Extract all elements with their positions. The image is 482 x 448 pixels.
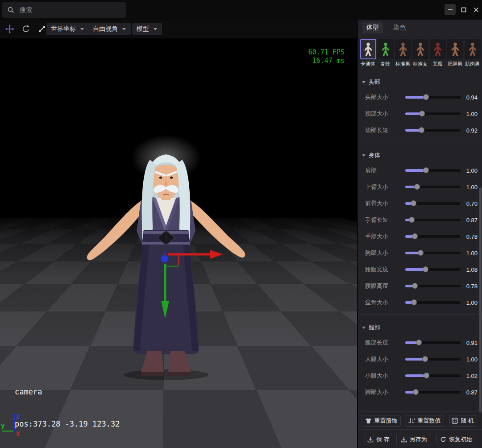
slider-thumb[interactable] [418, 250, 424, 256]
model-thumbnail[interactable]: 青蛙 [377, 39, 394, 67]
random-button[interactable]: 随 机 [449, 415, 476, 427]
slider-thumb[interactable] [409, 217, 415, 223]
move-tool-button[interactable] [4, 23, 16, 35]
axis-z-line [13, 414, 15, 431]
slider-track[interactable] [405, 235, 461, 238]
slider-value: 0.87 [466, 216, 478, 223]
save-as-button[interactable]: 另存为 [396, 434, 431, 445]
model-label: 青蛙 [381, 61, 391, 67]
save-as-icon [401, 436, 407, 443]
slider-thumb[interactable] [414, 184, 420, 190]
button-label: 恢复初始 [449, 436, 472, 444]
slider-value: 0.78 [466, 282, 478, 289]
slider-thumb[interactable] [424, 373, 429, 378]
slider-row: 胸部大小 1.00 [358, 245, 482, 261]
section-header[interactable]: 身体 [358, 149, 482, 162]
maximize-button[interactable] [458, 4, 469, 15]
search-input[interactable] [19, 6, 120, 14]
slider-label: 小腿大小 [365, 372, 388, 380]
slider-track[interactable] [405, 252, 461, 254]
slider-row: 腿部长度 0.91 [358, 334, 482, 351]
slider-track[interactable] [405, 285, 461, 287]
chevron-down-icon [80, 28, 84, 30]
humanoid-icon [449, 41, 461, 57]
slider-track[interactable] [405, 129, 461, 132]
reset-values-button[interactable]: 重置数值 [405, 415, 444, 427]
model-dropdown[interactable]: 模型 [132, 23, 162, 35]
slider-track[interactable] [405, 112, 461, 115]
slider-thumb[interactable] [412, 283, 418, 289]
section-body: 身体 肩部 1.00 上臂大小 1.00 前臂大小 [358, 149, 482, 315]
model-thumbnail[interactable]: 肌肉男 [464, 39, 481, 67]
slider-track[interactable] [405, 391, 461, 394]
slider-value: 0.94 [466, 94, 478, 100]
slider-thumb[interactable] [412, 233, 418, 239]
slider-thumb[interactable] [411, 200, 416, 206]
model-thumbnail[interactable]: 标准男 [395, 39, 411, 67]
slider-thumb[interactable] [423, 266, 428, 272]
slider-track[interactable] [405, 301, 461, 304]
slider-thumb[interactable] [423, 167, 429, 173]
reset-clothing-button[interactable]: 重置服饰 [362, 415, 401, 427]
model-label: 恶魔 [433, 61, 443, 67]
minimize-button[interactable] [445, 4, 456, 15]
search-icon [7, 6, 14, 13]
slider-thumb[interactable] [411, 299, 417, 305]
slider-track[interactable] [405, 169, 461, 172]
section-header[interactable]: 头部 [358, 75, 482, 89]
tab-body-shape[interactable]: 体型 [362, 22, 383, 33]
slider-track[interactable] [405, 358, 461, 361]
camera-info-line: camera [15, 386, 147, 397]
coordinate-space-dropdown[interactable]: 世界坐标 [46, 23, 89, 35]
move-icon [5, 25, 14, 33]
slider-row: 手臂长短 0.87 [358, 212, 482, 228]
fps-counter: 60.71 FPS 16.47 ms [308, 48, 345, 65]
slider-track[interactable] [405, 341, 461, 344]
slider-row: 颈部长短 0.92 [358, 122, 482, 138]
slider-row: 肩部 1.00 [358, 162, 482, 178]
tab-dye[interactable]: 染色 [389, 22, 410, 33]
model-thumbnail[interactable]: 肥胖男 [447, 39, 463, 67]
minimize-icon [448, 7, 453, 12]
save-button[interactable]: 保 存 [365, 434, 392, 445]
slider-row: 腰腹高度 0.78 [358, 278, 482, 294]
section-header[interactable]: 腿部 [358, 321, 482, 334]
slider-label: 腰腹高度 [365, 282, 388, 290]
axis-z-label: Z [16, 413, 20, 420]
slider-track[interactable] [405, 268, 461, 271]
button-label: 随 机 [461, 417, 474, 425]
slider-track[interactable] [405, 374, 461, 377]
slider-label: 头部大小 [365, 93, 388, 101]
slider-track[interactable] [405, 186, 461, 188]
slider-row: 头部大小 0.94 [358, 89, 482, 105]
slider-value: 0.78 [466, 233, 478, 240]
slider-thumb[interactable] [423, 94, 429, 100]
chevron-down-icon [153, 28, 158, 30]
slider-track[interactable] [405, 219, 461, 221]
camera-view-dropdown[interactable]: 自由视角 [88, 23, 131, 35]
humanoid-icon [415, 41, 426, 57]
panel-divider [357, 20, 358, 448]
slider-thumb[interactable] [413, 389, 419, 395]
slider-value: 0.92 [466, 127, 478, 133]
panel-scrollbar[interactable] [479, 187, 482, 413]
frame-time-value: 16.47 ms [308, 57, 345, 65]
slider-thumb[interactable] [422, 356, 428, 362]
viewport-3d[interactable]: 60.71 FPS 16.47 ms camera pos:373.28 -3.… [0, 38, 357, 448]
slider-row: 前臂大小 0.70 [358, 195, 482, 212]
close-button[interactable] [470, 4, 482, 15]
model-thumbnail[interactable]: 标准女 [412, 39, 428, 67]
slider-thumb[interactable] [419, 111, 425, 116]
slider-label: 手部大小 [365, 232, 388, 241]
restore-default-button[interactable]: 恢复初始 [436, 434, 476, 445]
humanoid-icon [397, 41, 409, 57]
slider-value: 1.00 [466, 356, 478, 362]
slider-thumb[interactable] [416, 340, 422, 345]
model-thumbnail[interactable]: 恶魔 [429, 39, 446, 67]
search-box[interactable] [2, 2, 126, 18]
slider-track[interactable] [405, 202, 461, 205]
rotate-tool-button[interactable] [20, 23, 32, 35]
model-thumbnail[interactable]: 卡通体 [360, 39, 376, 67]
slider-track[interactable] [405, 96, 461, 99]
slider-thumb[interactable] [419, 127, 424, 133]
